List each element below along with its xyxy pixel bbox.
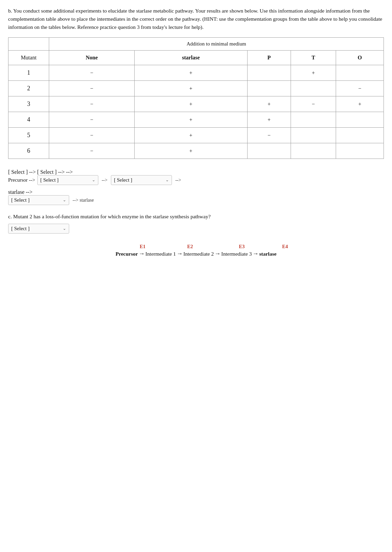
mutant-num-cell: 3 <box>8 96 49 112</box>
data-cell: − <box>49 143 135 159</box>
table-row: 2−+− <box>8 81 384 96</box>
node-intermediate-3: Intermediate 3 <box>221 251 252 257</box>
data-cell <box>291 143 336 159</box>
starlase-label: --> starlase <box>73 198 94 203</box>
e3-label: E3 <box>216 244 268 250</box>
data-cell: + <box>336 96 384 112</box>
table-empty-header <box>8 38 49 51</box>
data-cell <box>247 81 291 96</box>
col-header-p: P <box>247 51 291 65</box>
col-header-mutant: Mutant <box>8 51 49 65</box>
data-cell <box>336 128 384 143</box>
data-cell: + <box>134 96 247 112</box>
bottom-pathway-diagram: E1 E2 E3 E4 Precursor → Intermediate 1 →… <box>8 244 384 257</box>
mutant-num-cell: 1 <box>8 65 49 81</box>
data-cell <box>247 143 291 159</box>
mutant-num-cell: 2 <box>8 81 49 96</box>
arrow-e3: → <box>215 250 221 257</box>
table-row: 4−++ <box>8 112 384 128</box>
mutant-num-cell: 5 <box>8 128 49 143</box>
pathway-row-2: [ Select ] ⌄ --> starlase <box>8 195 384 205</box>
node-intermediate-1: Intermediate 1 <box>145 251 176 257</box>
data-cell <box>336 143 384 159</box>
question-c-select-text: [ Select ] <box>11 226 30 232</box>
data-cell: − <box>247 128 291 143</box>
data-cell <box>336 65 384 81</box>
chevron-down-icon-4: ⌄ <box>63 226 66 231</box>
data-cell <box>247 65 291 81</box>
data-cell: + <box>134 81 247 96</box>
question-c-select[interactable]: [ Select ] ⌄ <box>8 224 69 234</box>
data-cell: + <box>247 96 291 112</box>
data-table: Addition to minimal medium Mutant None s… <box>8 37 384 159</box>
precursor-label: Precursor --> <box>8 177 35 183</box>
pathway-row-1: Precursor --> [ Select ] ⌄ --> [ Select … <box>8 175 384 185</box>
table-row: 1−++ <box>8 65 384 81</box>
pathway-section: [ Select ] --> [ Select ] --> --> Precur… <box>8 169 384 205</box>
question-c-section: c. Mutant 2 has a loss-of-function mutat… <box>8 213 384 234</box>
question-c-select-row: [ Select ] ⌄ <box>8 224 384 234</box>
chevron-down-icon-3: ⌄ <box>63 198 66 203</box>
data-cell: + <box>291 65 336 81</box>
mutant-num-cell: 4 <box>8 112 49 128</box>
col-header-none: None <box>49 51 135 65</box>
data-cell: − <box>49 112 135 128</box>
pathway-select-2-text: [ Select ] <box>114 177 132 183</box>
data-cell: − <box>49 81 135 96</box>
col-header-t: T <box>291 51 336 65</box>
e4-label: E4 <box>268 244 302 250</box>
arrow-e2: → <box>177 250 183 257</box>
table-row: 6−+ <box>8 143 384 159</box>
arrow-e4: → <box>253 250 259 257</box>
data-cell <box>336 112 384 128</box>
data-cell: − <box>49 128 135 143</box>
data-cell: − <box>49 65 135 81</box>
arrow-2: --> <box>175 178 181 183</box>
question-c-text: c. Mutant 2 has a loss-of-function mutat… <box>8 213 384 220</box>
data-cell: + <box>247 112 291 128</box>
pathway-select-3-text: [ Select ] <box>11 197 30 203</box>
data-cell <box>291 128 336 143</box>
data-cell: + <box>134 65 247 81</box>
chevron-down-icon-2: ⌄ <box>165 178 169 183</box>
e1-label: E1 <box>121 244 165 250</box>
pathway-select-1-text: [ Select ] <box>40 177 59 183</box>
node-intermediate-2: Intermediate 2 <box>183 251 214 257</box>
data-cell <box>291 112 336 128</box>
col-header-o: O <box>336 51 384 65</box>
data-cell: − <box>336 81 384 96</box>
table-header-span: Addition to minimal medium <box>49 38 384 51</box>
table-row: 5−+− <box>8 128 384 143</box>
node-starlase: starlase <box>259 251 277 257</box>
data-cell: + <box>134 128 247 143</box>
data-cell: − <box>49 96 135 112</box>
intro-paragraph: b. You conduct some additional experimen… <box>8 7 384 31</box>
table-row: 3−++−+ <box>8 96 384 112</box>
e2-label: E2 <box>165 244 216 250</box>
col-header-starlase: starlase <box>134 51 247 65</box>
pathway-select-1[interactable]: [ Select ] ⌄ <box>37 175 98 185</box>
arrow-1: --> <box>102 178 107 183</box>
mutant-num-cell: 6 <box>8 143 49 159</box>
chevron-down-icon-1: ⌄ <box>92 178 95 183</box>
arrow-e1: → <box>139 250 145 257</box>
node-precursor: Precursor <box>116 251 138 257</box>
data-cell: − <box>291 96 336 112</box>
data-cell: + <box>134 112 247 128</box>
pathway-select-2[interactable]: [ Select ] ⌄ <box>111 175 172 185</box>
pathway-select-3[interactable]: [ Select ] ⌄ <box>8 195 69 205</box>
data-cell <box>291 81 336 96</box>
data-cell: + <box>134 143 247 159</box>
